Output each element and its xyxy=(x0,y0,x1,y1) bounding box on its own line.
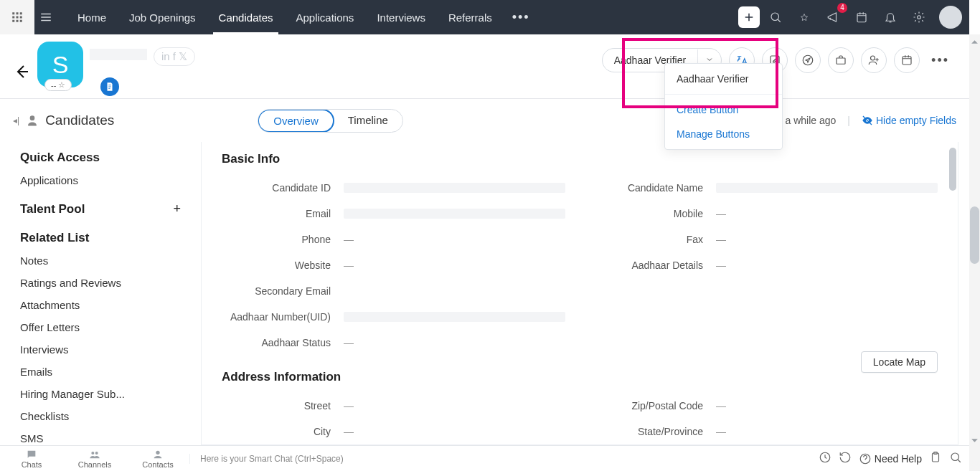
label-secondary-email: Secondary Email xyxy=(222,285,344,297)
sidebar-item-offer-letters[interactable]: Offer Letters xyxy=(20,316,181,338)
tab-timeline[interactable]: Timeline xyxy=(334,110,402,132)
svg-rect-9 xyxy=(12,20,14,22)
svg-rect-3 xyxy=(12,12,14,14)
menu-item-manage-buttons[interactable]: Manage Buttons xyxy=(665,122,782,146)
pin-icon[interactable] xyxy=(791,4,817,30)
rating-pill[interactable]: --☆ xyxy=(44,79,72,91)
label-zip: Zip/Postal Code xyxy=(594,400,716,411)
notification-badge: 4 xyxy=(837,3,847,13)
menu-item-create-button[interactable]: Create Button xyxy=(665,97,782,122)
apps-grid-icon[interactable] xyxy=(0,0,34,34)
nav-tab-applications[interactable]: Applications xyxy=(284,0,365,34)
scrollbar-thumb[interactable] xyxy=(970,206,979,264)
history-icon[interactable] xyxy=(839,451,852,466)
value-candidate-name xyxy=(716,183,938,193)
svg-point-2 xyxy=(918,16,921,19)
schedule-icon[interactable] xyxy=(894,47,920,73)
more-actions-icon[interactable]: ••• xyxy=(927,49,953,72)
label-phone: Phone xyxy=(222,234,344,245)
value-fax: — xyxy=(716,234,938,246)
value-mobile: — xyxy=(716,208,938,220)
user-add-icon[interactable] xyxy=(861,47,887,73)
facebook-icon[interactable]: f xyxy=(173,50,176,63)
footer-chats[interactable]: Chats xyxy=(0,449,63,469)
nav-more-icon[interactable]: ••• xyxy=(504,10,539,25)
smart-chat-hint[interactable]: Here is your Smart Chat (Ctrl+Space) xyxy=(189,454,819,464)
label-mobile: Mobile xyxy=(594,208,716,219)
sidebar-item-interviews[interactable]: Interviews xyxy=(20,338,181,361)
footer-channels[interactable]: Channels xyxy=(63,449,126,469)
social-links: in f 𝕏 xyxy=(154,47,195,66)
page-scrollbar[interactable] xyxy=(969,34,980,471)
nav-tab-home[interactable]: Home xyxy=(66,0,118,34)
collapse-panel-icon[interactable]: ◂| xyxy=(13,115,19,125)
nav-tab-candidates[interactable]: Candidates xyxy=(207,0,285,34)
menu-item-aadhaar-verifier[interactable]: Aadhaar Verifier xyxy=(665,67,782,91)
footer-contacts[interactable]: Contacts xyxy=(126,449,189,469)
send-icon[interactable] xyxy=(795,47,821,73)
avatar[interactable] xyxy=(939,6,962,29)
value-state: — xyxy=(716,426,938,438)
svg-point-15 xyxy=(871,56,875,60)
label-aadhaar-status: Aadhaar Status xyxy=(222,337,344,348)
svg-rect-1 xyxy=(857,14,866,22)
briefcase-icon[interactable] xyxy=(828,47,854,73)
sidebar-item-ratings[interactable]: Ratings and Reviews xyxy=(20,272,181,294)
sidebar-item-applications[interactable]: Applications xyxy=(20,169,181,191)
label-aadhaar-number: Aadhaar Number(UID) xyxy=(222,311,344,323)
search-icon[interactable] xyxy=(763,4,788,30)
locate-map-button[interactable]: Locate Map xyxy=(861,351,938,373)
calendar-icon[interactable] xyxy=(849,4,875,30)
basic-info-title: Basic Info xyxy=(202,152,958,175)
gear-icon[interactable] xyxy=(906,4,932,30)
quick-access-heading: Quick Access xyxy=(20,146,181,169)
svg-point-25 xyxy=(951,453,959,461)
svg-point-0 xyxy=(771,13,779,21)
main-scrollbar-thumb[interactable] xyxy=(949,148,956,191)
dropdown-menu: Aadhaar Verifier Create Button Manage Bu… xyxy=(664,63,783,150)
document-icon[interactable] xyxy=(100,77,119,96)
talent-pool-heading: Talent Pool + xyxy=(20,197,181,221)
label-street: Street xyxy=(222,400,344,411)
megaphone-icon[interactable]: 4 xyxy=(820,4,846,30)
nav-tab-interviews[interactable]: Interviews xyxy=(365,0,437,34)
sidebar-item-sms[interactable]: SMS xyxy=(20,427,181,445)
subheader: ◂| Candidates Overview Timeline Last Upd… xyxy=(0,99,969,142)
sidebar-item-emails[interactable]: Emails xyxy=(20,361,181,383)
candidate-name-placeholder xyxy=(90,49,147,60)
clipboard-icon[interactable] xyxy=(929,451,942,466)
value-city: — xyxy=(344,426,565,438)
linkedin-icon[interactable]: in xyxy=(161,50,170,63)
hide-empty-toggle[interactable]: Hide empty Fields xyxy=(862,115,956,126)
scroll-up-icon[interactable] xyxy=(971,36,979,44)
back-arrow-icon[interactable] xyxy=(13,63,30,83)
value-street: — xyxy=(344,400,565,412)
sidebar-item-attachments[interactable]: Attachments xyxy=(20,294,181,316)
nav-tab-referrals[interactable]: Referrals xyxy=(437,0,504,34)
svg-point-19 xyxy=(95,452,98,455)
footer-search-icon[interactable] xyxy=(949,451,962,466)
svg-rect-16 xyxy=(903,57,911,65)
tab-overview[interactable]: Overview xyxy=(258,109,334,133)
label-website: Website xyxy=(222,260,344,271)
value-secondary-email xyxy=(344,291,565,292)
hamburger-icon[interactable] xyxy=(34,0,57,34)
bell-icon[interactable] xyxy=(877,4,903,30)
nav-tab-job-openings[interactable]: Job Openings xyxy=(118,0,207,34)
page-title: Candidates xyxy=(45,113,114,128)
scroll-down-icon[interactable] xyxy=(971,434,979,442)
clock-icon[interactable] xyxy=(819,451,831,466)
footer-bar: Chats Channels Contacts Here is your Sma… xyxy=(0,445,969,471)
svg-rect-14 xyxy=(837,58,845,64)
plus-icon[interactable] xyxy=(738,6,760,28)
sidebar-item-notes[interactable]: Notes xyxy=(20,249,181,272)
add-talent-pool-icon[interactable]: + xyxy=(173,201,181,217)
label-city: City xyxy=(222,426,344,437)
need-help-button[interactable]: Need Help xyxy=(859,452,922,465)
value-phone: — xyxy=(344,234,565,246)
sidebar-item-hiring-manager[interactable]: Hiring Manager Sub... xyxy=(20,383,181,405)
sidebar-item-checklists[interactable]: Checklists xyxy=(20,405,181,427)
main-panel: Basic Info Candidate ID Email Phone— Web… xyxy=(201,142,958,445)
label-email: Email xyxy=(222,208,344,219)
twitter-icon[interactable]: 𝕏 xyxy=(179,50,187,63)
